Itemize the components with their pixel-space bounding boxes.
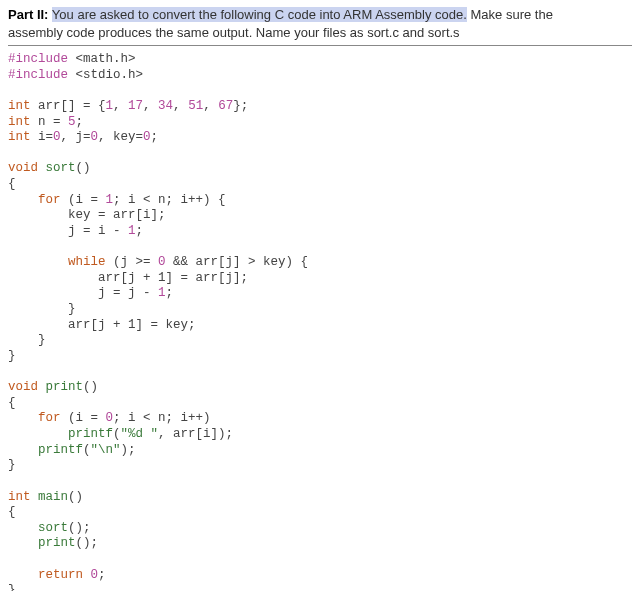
kw-while: while xyxy=(68,255,106,269)
fn-sort: sort xyxy=(46,161,76,175)
code-block: #include <math.h> #include <stdio.h> int… xyxy=(8,52,632,591)
kw-for: for xyxy=(38,193,61,207)
instruction-rest-1: Make sure the xyxy=(467,7,553,22)
separator xyxy=(8,45,632,46)
kw-void: void xyxy=(8,161,38,175)
fn-printf-1: printf xyxy=(68,427,113,441)
pp-include-2: #include xyxy=(8,68,68,82)
instruction-rest-2: assembly code produces the same output. … xyxy=(8,25,460,40)
fn-main: main xyxy=(38,490,68,504)
pp-include-1: #include xyxy=(8,52,68,66)
part-label: Part II: xyxy=(8,7,48,22)
fn-printf-2: printf xyxy=(38,443,83,457)
instruction-highlight: You are asked to convert the following C… xyxy=(52,7,467,22)
kw-int: int xyxy=(8,99,31,113)
fn-print: print xyxy=(46,380,84,394)
kw-return: return xyxy=(38,568,83,582)
instruction-block: Part II: You are asked to convert the fo… xyxy=(8,6,632,41)
